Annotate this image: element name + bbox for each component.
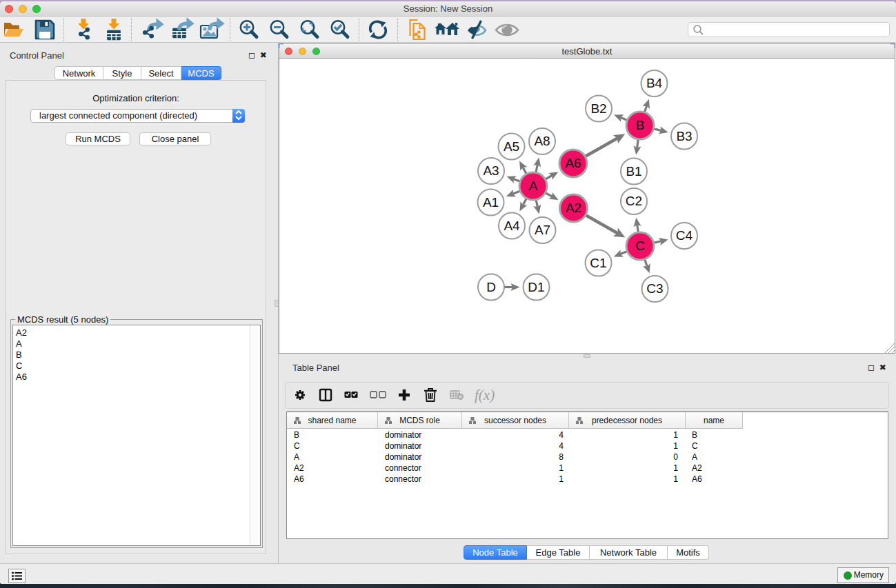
svg-text:D1: D1 bbox=[528, 280, 544, 294]
svg-text:C2: C2 bbox=[626, 194, 642, 208]
svg-text:A4: A4 bbox=[504, 219, 520, 233]
svg-text:B1: B1 bbox=[626, 164, 641, 179]
svg-text:A1: A1 bbox=[483, 195, 499, 210]
svg-text:C1: C1 bbox=[590, 256, 606, 270]
svg-text:A8: A8 bbox=[534, 134, 550, 148]
svg-text:B: B bbox=[636, 118, 645, 132]
svg-text:C: C bbox=[635, 239, 645, 253]
svg-text:C3: C3 bbox=[646, 281, 663, 296]
svg-text:B3: B3 bbox=[676, 129, 692, 143]
svg-text:A3: A3 bbox=[483, 163, 499, 178]
svg-text:B2: B2 bbox=[590, 101, 606, 116]
svg-text:A: A bbox=[529, 179, 538, 193]
svg-text:A2: A2 bbox=[566, 201, 581, 215]
svg-text:C4: C4 bbox=[676, 228, 693, 243]
svg-text:B4: B4 bbox=[646, 76, 663, 90]
svg-text:D: D bbox=[486, 280, 496, 294]
svg-text:A6: A6 bbox=[565, 156, 581, 170]
svg-text:A7: A7 bbox=[535, 223, 550, 237]
svg-text:A5: A5 bbox=[504, 139, 519, 154]
svg-text:f(x): f(x) bbox=[475, 387, 495, 403]
